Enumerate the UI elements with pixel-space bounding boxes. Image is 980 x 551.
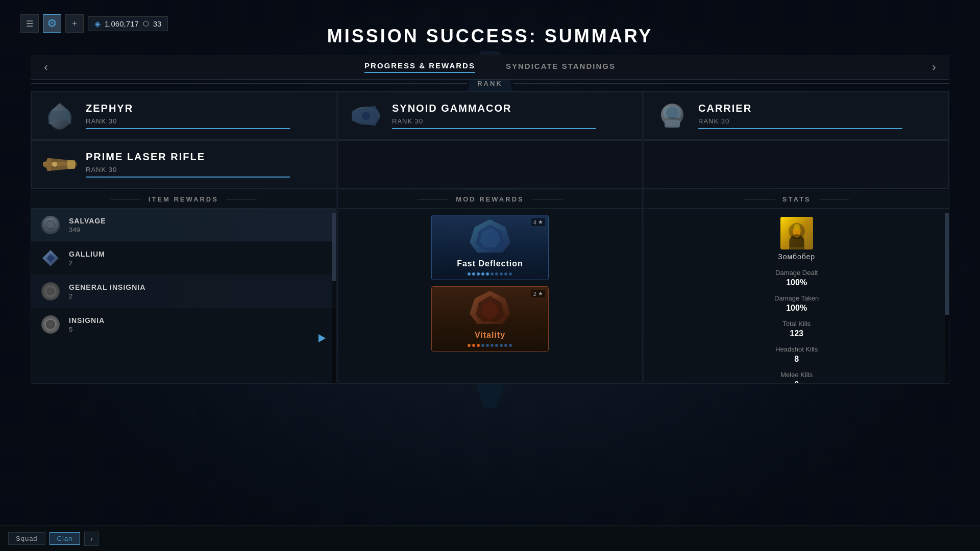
item-rewards-scroll-thumb <box>332 213 336 281</box>
item-rewards-header: ITEM REWARDS <box>31 190 336 209</box>
fast-deflection-image <box>464 217 516 255</box>
fast-deflection-name: Fast Deflection <box>432 256 548 270</box>
mod-dot <box>504 272 507 276</box>
list-item[interactable]: GALLIUM 2 <box>31 242 336 275</box>
rank-grid-row2: PRIME LASER RIFLE RANK 30 <box>31 140 949 189</box>
fast-deflection-dots <box>432 270 548 280</box>
main-content: RANK ZEPHYR RA <box>31 80 949 520</box>
insignia-icon-container <box>39 313 62 336</box>
rewards-container: ITEM REWARDS <box>31 190 949 384</box>
list-item[interactable]: GENERAL INSIGNIA 2 <box>31 275 336 308</box>
rank-item-prime-laser-rifle[interactable]: PRIME LASER RIFLE RANK 30 <box>31 140 336 188</box>
page-title: MISSION SUCCESS: SUMMARY <box>327 26 653 47</box>
svg-rect-25 <box>790 237 804 247</box>
gallium-qty: 2 <box>69 259 328 267</box>
list-item[interactable]: SALVAGE 349 <box>31 209 336 242</box>
mod-dot <box>509 344 512 347</box>
salvage-name: SALVAGE <box>69 217 328 225</box>
melee-kills-label: Melee Kills <box>654 371 939 379</box>
general-insignia-icon <box>40 281 61 302</box>
player-avatar <box>780 217 813 249</box>
stats-scrollbar[interactable] <box>945 213 949 383</box>
headshot-kills-label: Headshot Kills <box>654 345 939 353</box>
fast-deflection-image-area <box>432 215 548 256</box>
mod-dot <box>486 272 489 276</box>
nav-right-arrow[interactable]: › <box>919 55 949 79</box>
stat-row-damage-taken: Damage Taken 100% <box>654 294 939 313</box>
vitality-image-area <box>432 287 548 328</box>
mod-dot <box>495 272 498 276</box>
carrier-icon-container <box>654 101 690 131</box>
item-rewards-scrollbar[interactable] <box>332 213 336 383</box>
laser-rifle-rank: RANK 30 <box>86 166 326 173</box>
zephyr-icon-container <box>42 101 78 131</box>
gallium-name: GALLIUM <box>69 250 328 258</box>
mod-card-fast-deflection[interactable]: 4 ★ <box>431 215 549 280</box>
mod-rewards-container: 4 ★ <box>338 209 643 379</box>
rank-header-label: RANK <box>477 80 503 87</box>
stat-row-melee-kills: Melee Kills 0 <box>654 371 939 384</box>
carrier-name: CARRIER <box>698 103 938 114</box>
synoid-info: SYNOID GAMMACOR RANK 30 <box>392 103 632 129</box>
player-avatar-image <box>780 217 813 249</box>
zephyr-icon <box>43 101 77 131</box>
carrier-rank: RANK 30 <box>698 117 938 125</box>
svg-point-3 <box>362 112 370 120</box>
rank-section-header: RANK <box>31 80 949 87</box>
synoid-name: SYNOID GAMMACOR <box>392 103 632 114</box>
laser-rifle-info: PRIME LASER RIFLE RANK 30 <box>86 151 326 178</box>
mod-dot <box>481 344 484 347</box>
menu-button[interactable]: ☰ <box>20 14 39 33</box>
melee-kills-value: 0 <box>654 380 939 384</box>
nav-left-arrow[interactable]: ‹ <box>31 55 61 79</box>
carrier-rank-bar <box>698 128 902 129</box>
mod-card-vitality[interactable]: 2 ★ <box>431 286 549 352</box>
tab-progress-rewards[interactable]: PROGRESS & REWARDS <box>364 61 475 73</box>
stat-row-total-kills: Total Kills 123 <box>654 320 939 338</box>
svg-point-27 <box>794 224 800 230</box>
item-rewards-list[interactable]: SALVAGE 349 <box>31 209 336 379</box>
vitality-name: Vitality <box>432 328 548 342</box>
stats-container: Зомбобер Damage Dealt 100% Damage Taken … <box>644 209 949 379</box>
carrier-info: CARRIER RANK 30 <box>698 103 938 129</box>
mod-dot <box>472 272 475 276</box>
stats-section: STATS <box>644 190 949 384</box>
clan-button[interactable]: Clan <box>50 532 81 545</box>
tab-syndicate-standings[interactable]: SYNDICATE STANDINGS <box>506 62 616 72</box>
synoid-rank-bar <box>392 128 596 129</box>
mod-dot <box>468 272 471 276</box>
vitality-dots <box>432 342 548 351</box>
insignia-qty: 5 <box>69 325 328 333</box>
salvage-icon <box>40 215 61 235</box>
item-rewards-section: ITEM REWARDS <box>31 190 336 384</box>
add-button[interactable]: + <box>65 14 84 33</box>
squad-button[interactable]: Squad <box>8 532 45 545</box>
mod-dot <box>491 344 494 347</box>
item-rewards-label: ITEM REWARDS <box>149 195 218 203</box>
profile-button[interactable]: ⚙ <box>43 14 61 33</box>
salvage-icon-container <box>39 214 62 236</box>
rank-item-zephyr[interactable]: ZEPHYR RANK 30 <box>31 92 336 140</box>
cursor-arrow <box>318 334 326 342</box>
stats-scroll-thumb <box>945 213 949 315</box>
damage-dealt-value: 100% <box>654 278 939 287</box>
damage-taken-label: Damage Taken <box>654 294 939 302</box>
plat-amount: 33 <box>153 19 162 28</box>
svg-point-18 <box>46 320 55 329</box>
rank-item-carrier[interactable]: CARRIER RANK 30 <box>644 92 949 140</box>
general-insignia-name: GENERAL INSIGNIA <box>69 283 328 291</box>
bottom-arrow-button[interactable]: › <box>84 532 99 546</box>
stat-row-headshot-kills: Headshot Kills 8 <box>654 345 939 364</box>
total-kills-value: 123 <box>654 329 939 338</box>
rank-item-empty-2 <box>337 140 643 188</box>
mod-dot <box>477 344 480 347</box>
rank-item-empty-3 <box>644 140 949 188</box>
zephyr-info: ZEPHYR RANK 30 <box>86 103 326 129</box>
svg-rect-9 <box>67 160 75 169</box>
headshot-kills-value: 8 <box>654 355 939 364</box>
mod-rewards-label: MOD REWARDS <box>456 195 524 203</box>
mod-dot <box>468 344 471 347</box>
list-item[interactable]: INSIGNIA 5 <box>31 308 336 341</box>
rank-item-synoid-gammacor[interactable]: SYNOID GAMMACOR RANK 30 <box>337 92 643 140</box>
mod-dot <box>500 344 503 347</box>
